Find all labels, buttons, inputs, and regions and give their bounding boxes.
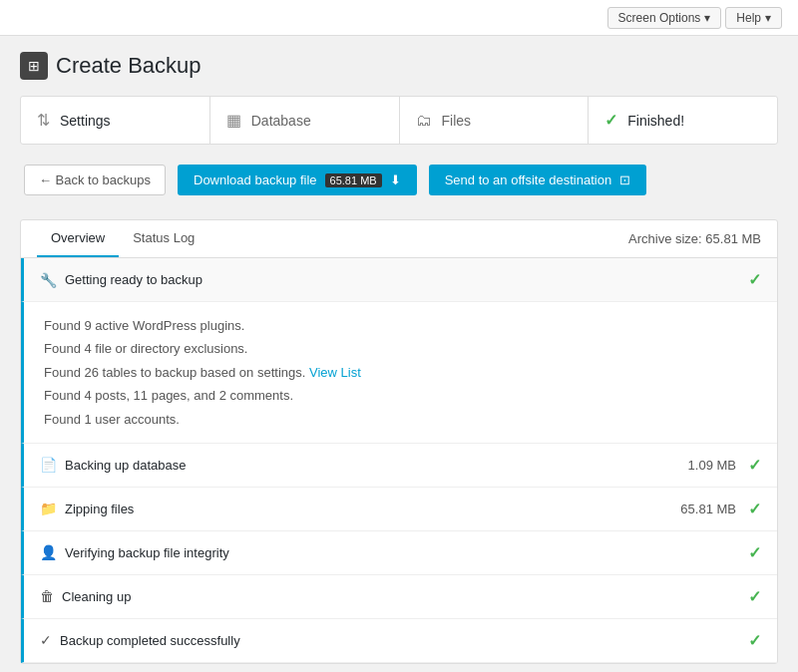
cleanup-row-icon: 🗑	[40, 588, 54, 604]
database-row-title: Backing up database	[65, 458, 688, 473]
getting-ready-check-icon: ✓	[748, 270, 761, 289]
back-to-backups-button[interactable]: ← Back to backups	[24, 165, 166, 195]
page-icon: ⊞	[20, 52, 48, 80]
database-row: 📄 Backing up database 1.09 MB ✓	[21, 444, 777, 488]
files-row-check-icon: ✓	[748, 500, 761, 518]
step-finished-label: Finished!	[627, 113, 684, 129]
completed-row-title: Backup completed successfully	[60, 633, 748, 648]
tab-status-log-label: Status Log	[133, 230, 195, 245]
step-database-label: Database	[251, 113, 311, 129]
send-offsite-button[interactable]: Send to an offsite destination ⊡	[429, 165, 646, 195]
backup-sections: 🔧 Getting ready to backup ✓ Found 9 acti…	[21, 258, 777, 663]
cleanup-row: 🗑 Cleaning up ✓	[21, 575, 777, 619]
download-backup-button[interactable]: Download backup file 65.81 MB ⬇	[178, 165, 417, 195]
actions-row: ← Back to backups Download backup file 6…	[20, 165, 778, 195]
completed-row-check-icon: ✓	[748, 631, 761, 650]
backup-icon: ⊞	[28, 58, 40, 74]
tab-overview[interactable]: Overview	[37, 220, 119, 257]
view-list-link[interactable]: View List	[309, 365, 361, 380]
step-files-label: Files	[442, 113, 472, 129]
download-icon: ⬇	[390, 172, 401, 187]
page-title: Create Backup	[56, 53, 201, 79]
cleanup-row-check-icon: ✓	[748, 587, 761, 606]
step-settings: ⇅ Settings	[21, 97, 210, 144]
archive-size-label: Archive size:	[628, 231, 702, 246]
chevron-down-icon-help: ▾	[765, 11, 771, 25]
database-row-size: 1.09 MB	[688, 458, 736, 473]
step-settings-label: Settings	[60, 113, 111, 129]
files-row-title: Zipping files	[65, 502, 680, 516]
archive-size-value: 65.81 MB	[705, 231, 761, 246]
completed-row-icon: ✓	[40, 632, 52, 648]
screen-options-label: Screen Options	[618, 11, 701, 25]
help-label: Help	[736, 11, 761, 25]
archive-size-display: Archive size: 65.81 MB	[628, 221, 761, 256]
integrity-row-icon: 👤	[40, 544, 57, 560]
content-area: Overview Status Log Archive size: 65.81 …	[20, 219, 778, 664]
download-size-badge: 65.81 MB	[325, 173, 382, 187]
help-button[interactable]: Help ▾	[725, 7, 782, 29]
back-label: ← Back to backups	[39, 172, 151, 187]
getting-ready-header: 🔧 Getting ready to backup ✓	[21, 258, 777, 302]
getting-ready-title: Getting ready to backup	[65, 272, 748, 287]
integrity-row-title: Verifying backup file integrity	[65, 545, 748, 560]
steps-bar: ⇅ Settings ▦ Database 🗂 Files ✓ Finished…	[20, 96, 778, 145]
chevron-down-icon: ▾	[704, 11, 710, 25]
database-row-icon: 📄	[40, 457, 57, 473]
offsite-icon: ⊡	[619, 172, 630, 187]
page-title-row: ⊞ Create Backup	[20, 52, 778, 80]
step-database: ▦ Database	[210, 97, 400, 144]
files-row-size: 65.81 MB	[680, 502, 736, 516]
files-row: 📁 Zipping files 65.81 MB ✓	[21, 488, 777, 531]
integrity-row-check-icon: ✓	[748, 543, 761, 562]
detail-line-4: Found 4 posts, 11 pages, and 2 comments.	[44, 384, 761, 407]
detail-line-1: Found 9 active WordPress plugins.	[44, 314, 761, 337]
offsite-label: Send to an offsite destination	[445, 172, 611, 187]
detail-line-5: Found 1 user accounts.	[44, 408, 761, 431]
database-icon: ▦	[226, 111, 241, 130]
getting-ready-detail: Found 9 active WordPress plugins. Found …	[21, 302, 777, 444]
tabs-header: Overview Status Log Archive size: 65.81 …	[21, 220, 777, 258]
finished-check-icon: ✓	[604, 111, 617, 130]
download-label: Download backup file	[194, 172, 317, 187]
zip-row-icon: 📁	[40, 501, 57, 516]
files-icon: 🗂	[416, 112, 432, 130]
page-wrapper: ⊞ Create Backup ⇅ Settings ▦ Database 🗂 …	[0, 36, 798, 672]
wrench-icon: 🔧	[40, 272, 57, 288]
integrity-row: 👤 Verifying backup file integrity ✓	[21, 531, 777, 575]
settings-icon: ⇅	[37, 111, 50, 130]
tab-status-log[interactable]: Status Log	[119, 220, 208, 257]
step-finished: ✓ Finished!	[589, 97, 777, 144]
completed-row: ✓ Backup completed successfully ✓	[21, 619, 777, 663]
detail-line-3: Found 26 tables to backup based on setti…	[44, 361, 761, 384]
step-files: 🗂 Files	[400, 97, 590, 144]
tab-overview-label: Overview	[51, 230, 105, 245]
cleanup-row-title: Cleaning up	[62, 589, 748, 604]
top-bar: Screen Options ▾ Help ▾	[0, 0, 798, 36]
detail-line-2: Found 4 file or directory exclusions.	[44, 337, 761, 360]
top-bar-right: Screen Options ▾ Help ▾	[607, 7, 782, 29]
screen-options-button[interactable]: Screen Options ▾	[607, 7, 722, 29]
database-row-check-icon: ✓	[748, 456, 761, 475]
